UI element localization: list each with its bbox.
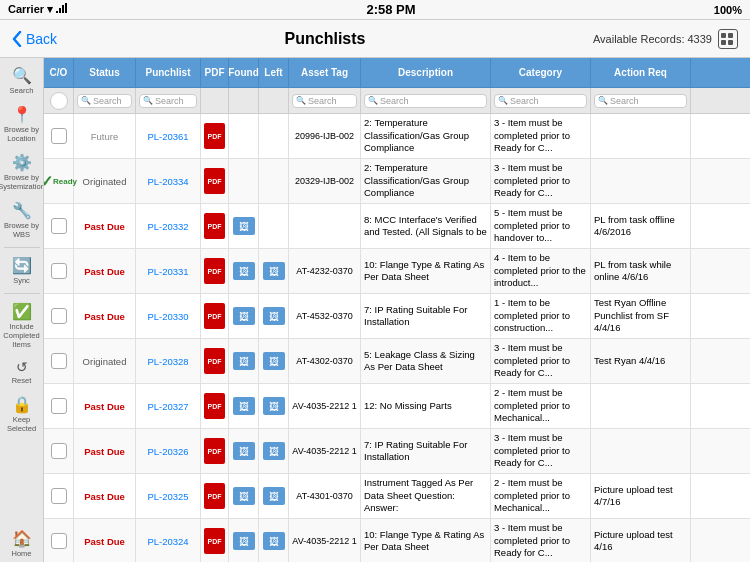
found-image-icon[interactable]: 🖼: [233, 532, 255, 550]
pdf-icon[interactable]: PDF: [204, 528, 225, 554]
pdf-icon[interactable]: PDF: [204, 483, 225, 509]
left-image-icon[interactable]: 🖼: [263, 442, 285, 460]
row-asset-cell: AV-4035-2212 1: [289, 384, 361, 428]
row-asset-cell: AT-4232-0370: [289, 249, 361, 293]
row-left-cell: [259, 114, 289, 158]
main-area: 🔍 Search 📍 Browse by Location ⚙️ Browse …: [0, 58, 750, 562]
search-status-placeholder: Search: [93, 96, 122, 106]
search-asset-input[interactable]: 🔍 Search: [292, 94, 357, 108]
row-punchlist-cell[interactable]: PL-20324: [136, 519, 201, 562]
row-checkbox[interactable]: [51, 353, 67, 369]
select-all-circle[interactable]: [50, 92, 68, 110]
search-action-input[interactable]: 🔍 Search: [594, 94, 687, 108]
row-category-cell: 1 - Item to be completed prior to constr…: [491, 294, 591, 338]
table-row[interactable]: Originated PL-20328 PDF 🖼 🖼 AT-4302-0370…: [44, 339, 750, 384]
row-punchlist-cell[interactable]: PL-20330: [136, 294, 201, 338]
row-punchlist-cell[interactable]: PL-20328: [136, 339, 201, 383]
table-row[interactable]: ✓Ready Originated PL-20334 PDF 20329-IJB…: [44, 159, 750, 204]
row-pdf-cell: PDF: [201, 429, 229, 473]
row-checkbox[interactable]: [51, 398, 67, 414]
search-status-input[interactable]: 🔍 Search: [77, 94, 132, 108]
row-action-cell: PL from task offline 4/6/2016: [591, 204, 691, 248]
found-image-icon[interactable]: 🖼: [233, 307, 255, 325]
row-checkbox[interactable]: [51, 533, 67, 549]
row-punchlist-cell[interactable]: PL-20361: [136, 114, 201, 158]
row-punchlist-cell[interactable]: PL-20332: [136, 204, 201, 248]
sidebar-item-wbs[interactable]: 🔧 Browse by WBS: [0, 197, 43, 243]
row-punchlist-cell[interactable]: PL-20334: [136, 159, 201, 203]
table-row[interactable]: Past Due PL-20331 PDF 🖼 🖼 AT-4232-0370 1…: [44, 249, 750, 294]
row-checkbox[interactable]: [51, 308, 67, 324]
row-asset-cell: 20996-IJB-002: [289, 114, 361, 158]
pdf-icon[interactable]: PDF: [204, 213, 225, 239]
row-checkbox[interactable]: [51, 128, 67, 144]
row-pdf-cell: PDF: [201, 204, 229, 248]
found-image-icon[interactable]: 🖼: [233, 352, 255, 370]
row-checkbox[interactable]: [51, 263, 67, 279]
row-checkbox[interactable]: [51, 443, 67, 459]
left-image-icon[interactable]: 🖼: [263, 352, 285, 370]
search-asset-cell: 🔍 Search: [289, 88, 361, 113]
pdf-icon[interactable]: PDF: [204, 438, 225, 464]
sidebar-reset-label: Reset: [12, 376, 32, 385]
found-image-icon[interactable]: 🖼: [233, 442, 255, 460]
row-punchlist-cell[interactable]: PL-20331: [136, 249, 201, 293]
search-punch-cell: 🔍 Search: [136, 88, 201, 113]
sidebar-item-search[interactable]: 🔍 Search: [0, 62, 43, 99]
table-row[interactable]: Past Due PL-20327 PDF 🖼 🖼 AV-4035-2212 1…: [44, 384, 750, 429]
sidebar-item-keep[interactable]: 🔒 Keep Selected: [0, 391, 43, 437]
row-action-cell: Test Ryan 4/4/16: [591, 339, 691, 383]
sidebar-item-reset[interactable]: ↺ Reset: [0, 355, 43, 389]
left-image-icon[interactable]: 🖼: [263, 532, 285, 550]
sidebar-item-systemization[interactable]: ⚙️ Browse by Systemization: [0, 149, 43, 195]
pdf-icon[interactable]: PDF: [204, 168, 225, 194]
table-row[interactable]: Past Due PL-20325 PDF 🖼 🖼 AT-4301-0370 I…: [44, 474, 750, 519]
pdf-icon[interactable]: PDF: [204, 258, 225, 284]
table-row[interactable]: Past Due PL-20332 PDF 🖼 8: MCC Interface…: [44, 204, 750, 249]
row-desc-cell: 12: No Missing Parts: [361, 384, 491, 428]
row-checkbox[interactable]: [51, 218, 67, 234]
row-checkbox[interactable]: [51, 488, 67, 504]
left-image-icon[interactable]: 🖼: [263, 262, 285, 280]
found-image-icon[interactable]: 🖼: [233, 262, 255, 280]
left-image-icon[interactable]: 🖼: [263, 487, 285, 505]
row-punchlist-cell[interactable]: PL-20326: [136, 429, 201, 473]
pdf-icon[interactable]: PDF: [204, 393, 225, 419]
carrier-wifi: Carrier ▾: [8, 3, 68, 16]
pdf-icon[interactable]: PDF: [204, 303, 225, 329]
row-action-cell: Picture upload test 4/7/16: [591, 474, 691, 518]
search-cat-input[interactable]: 🔍 Search: [494, 94, 587, 108]
found-image-icon[interactable]: 🖼: [233, 487, 255, 505]
table-row[interactable]: Past Due PL-20330 PDF 🖼 🖼 AT-4532-0370 7…: [44, 294, 750, 339]
search-punch-input[interactable]: 🔍 Search: [139, 94, 197, 108]
row-punchlist-cell[interactable]: PL-20325: [136, 474, 201, 518]
row-punchlist-cell[interactable]: PL-20327: [136, 384, 201, 428]
grid-view-button[interactable]: [718, 29, 738, 49]
left-image-icon[interactable]: 🖼: [263, 307, 285, 325]
found-image-icon[interactable]: 🖼: [233, 397, 255, 415]
found-image-icon[interactable]: 🖼: [233, 217, 255, 235]
row-pdf-cell: PDF: [201, 159, 229, 203]
table-row[interactable]: Past Due PL-20324 PDF 🖼 🖼 AV-4035-2212 1…: [44, 519, 750, 562]
sidebar-divider-2: [4, 293, 40, 294]
row-action-cell: PL from task while online 4/6/16: [591, 249, 691, 293]
search-desc-input[interactable]: 🔍 Search: [364, 94, 487, 108]
pdf-icon[interactable]: PDF: [204, 123, 225, 149]
search-status-cell: 🔍 Search: [74, 88, 136, 113]
status-badge: Past Due: [84, 536, 125, 547]
sidebar-item-sync[interactable]: 🔄 Sync: [0, 252, 43, 289]
table-row[interactable]: Future PL-20361 PDF 20996-IJB-002 2: Tem…: [44, 114, 750, 159]
sidebar-item-completed[interactable]: ✅ Include Completed Items: [0, 298, 43, 353]
pdf-icon[interactable]: PDF: [204, 348, 225, 374]
svg-rect-1: [728, 33, 733, 38]
left-image-icon[interactable]: 🖼: [263, 397, 285, 415]
row-left-cell: 🖼: [259, 294, 289, 338]
sidebar-item-home[interactable]: 🏠 Home: [0, 525, 43, 562]
row-pdf-cell: PDF: [201, 339, 229, 383]
battery-level: 100%: [714, 4, 742, 16]
col-header-asset: Asset Tag: [289, 58, 361, 87]
table-row[interactable]: Past Due PL-20326 PDF 🖼 🖼 AV-4035-2212 1…: [44, 429, 750, 474]
row-status-cell: Past Due: [74, 474, 136, 518]
sidebar-item-location[interactable]: 📍 Browse by Location: [0, 101, 43, 147]
back-button[interactable]: Back: [12, 31, 57, 47]
